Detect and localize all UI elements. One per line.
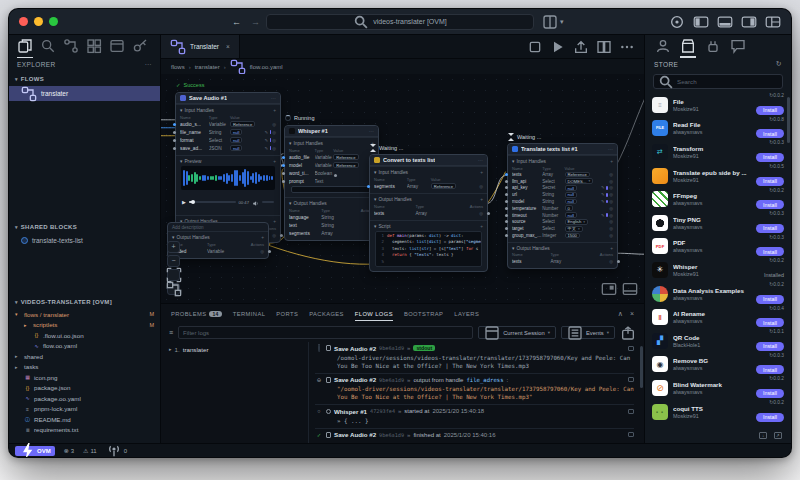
text-input[interactable] [291,186,372,193]
color-swatch-icon[interactable] [270,138,271,142]
node-header[interactable]: Save Audio #1⋯ [176,93,280,104]
breadcrumb-segment[interactable]: translater [195,64,220,70]
shared-blocks-section-header[interactable]: ▾ SHARED BLOCKS [9,220,160,233]
output-handle-row[interactable]: loadedVariable◎ [172,247,264,255]
flows-icon[interactable] [63,38,79,54]
volume-bar[interactable] [262,201,274,203]
zoom-out-button[interactable]: − [167,255,180,267]
install-button[interactable]: Install [756,295,784,304]
close-panel-icon[interactable]: × [630,310,634,317]
input-handle-row[interactable]: sourceSelectEnglish▾◎ [512,219,613,226]
toggle-left-panel-icon[interactable] [693,14,709,30]
input-handle-row[interactable]: save_ad...JSONnull✎◎ [180,144,276,152]
value-chip[interactable]: null [230,145,243,151]
edit-icon[interactable]: ✎ [264,146,268,151]
store-item[interactable]: ≡FileMoskize91↻0.0.2Install [652,93,784,117]
log-scrollbar[interactable] [640,346,643,388]
refresh-icon[interactable]: ↻ [776,60,782,68]
log-row[interactable]: ✓Save Audio #29be6a1d9»finished at2025/1… [315,428,634,442]
value-chip[interactable]: Reference [333,154,358,160]
add-handle-icon[interactable]: + [610,246,613,251]
explorer-icon[interactable] [17,38,33,54]
forward-button[interactable]: → [251,17,260,27]
copy-icon[interactable] [628,377,634,382]
minimize-window-button[interactable] [34,17,43,26]
store-item[interactable]: FFmpegalwaysmavs↻0.0.2Install [652,187,784,211]
install-button[interactable]: Install [756,106,784,115]
output-handle-row[interactable]: languageString◎ [289,213,374,221]
collapse-panel-icon[interactable]: ∧ [618,310,623,318]
options-icon[interactable]: ◎ [609,219,613,224]
add-handle-icon[interactable]: + [273,219,276,224]
input-handle-row[interactable]: audio_s...VariableReference◎ [180,120,276,128]
value-chip[interactable]: 0 [565,205,573,211]
color-swatch-icon[interactable] [606,186,608,190]
output-handle-row[interactable]: textsArray◎ [512,258,613,265]
toggle-panel-icon[interactable] [622,281,638,297]
filter-logs-input[interactable] [178,326,473,339]
input-handle-row[interactable]: timeoutNumbernull✎◎ [512,212,613,219]
add-handle-icon[interactable]: + [261,235,264,240]
collapsed-icon[interactable]: ⊖ [315,377,323,383]
color-swatch-icon[interactable] [270,130,271,134]
edit-icon[interactable]: ✎ [264,138,268,143]
extensions-icon[interactable] [86,38,102,54]
edit-icon[interactable]: ✎ [601,185,605,190]
store-item[interactable]: Tiny PNGalwaysmavs↻0.0.3Install [652,211,784,235]
value-chip[interactable]: Reference [333,162,358,168]
install-button[interactable]: Install [756,224,784,233]
customize-layout-icon[interactable] [765,14,781,30]
browser-icon[interactable] [109,38,125,54]
import-package-icon[interactable]: ↓ [759,432,767,439]
errors-indicator[interactable]: ⊗ 3 [64,447,74,454]
input-handle-row[interactable]: word_ti...Boolean◎ [289,169,374,177]
sidebar-item-translater[interactable]: translater [9,86,160,101]
share-icon[interactable] [573,39,589,55]
close-window-button[interactable] [19,17,28,26]
pending-icon[interactable]: ○ [315,408,323,414]
install-button[interactable]: Install [756,413,784,422]
input-handle-row[interactable]: formatSelectnull✎◎ [180,136,276,144]
copy-icon[interactable] [628,432,634,437]
install-button[interactable]: Install [756,177,784,186]
copy-icon[interactable] [628,346,634,351]
input-handle-row[interactable]: targetSelect中文▾◎ [512,225,613,232]
edit-icon[interactable]: ✎ [601,213,605,218]
store-item[interactable]: ▞QR CodeBlackHole1↻1.0.1Install [652,329,784,353]
file-tree-item[interactable]: ≣requirements.txt [9,425,160,436]
stop-icon[interactable] [527,39,543,55]
install-button[interactable]: Install [756,247,784,256]
toggle-right-panel-icon[interactable] [741,14,757,30]
node-menu-icon[interactable]: ⋯ [608,146,613,152]
options-icon[interactable]: ◎ [609,179,613,184]
events-dropdown[interactable]: Events ▾ [561,326,615,339]
color-swatch-icon[interactable] [606,200,608,204]
add-handle-icon[interactable]: + [480,197,483,202]
split-editor-icon[interactable] [596,39,612,55]
community-icon[interactable] [655,38,671,54]
add-handle-icon[interactable]: + [273,108,276,113]
open-external-icon[interactable]: ↗ [774,432,782,439]
flow-node-extra-output[interactable]: Add description▾Output Handles+NameTypeA… [167,222,269,259]
value-chip[interactable]: 中文▾ [565,226,583,232]
color-swatch-icon[interactable] [270,146,271,150]
panel-tab-flow-logs[interactable]: FLOW LOGS [355,304,393,323]
value-chip[interactable]: null [230,129,243,135]
value-chip[interactable]: null [565,192,578,198]
flow-node-translate[interactable]: Waiting ...Translate texts list #1⋯▾Inpu… [507,143,618,269]
file-tree-item[interactable]: {}.flow.ui.oo.json [9,330,160,341]
options-icon[interactable]: ◎ [272,122,276,127]
store-item[interactable]: Data Analysis Examplesalwaysmavs↻0.0.2In… [652,282,784,306]
success-icon[interactable]: ✓ [315,432,323,438]
zoom-in-button[interactable]: + [167,241,180,253]
store-item[interactable]: FILERead Filealwaysmavs↻0.0.8Install [652,117,784,141]
panel-tab-bootstrap[interactable]: BOOTSTRAP [404,304,443,323]
value-chip[interactable]: Reference [565,172,590,178]
node-menu-icon[interactable]: ⋯ [369,128,374,134]
project-section-header[interactable]: ▾ VIDEOS-TRANSLATER [OVM] [9,295,160,308]
value-chip[interactable]: Reference [431,183,456,189]
add-handle-icon[interactable]: + [610,159,613,164]
node-menu-icon[interactable]: ⋯ [271,95,276,101]
store-item[interactable]: Translate epub side by ...Moskize91↻0.0.… [652,164,784,188]
file-tree-item[interactable]: ▦icon.png [9,372,160,383]
